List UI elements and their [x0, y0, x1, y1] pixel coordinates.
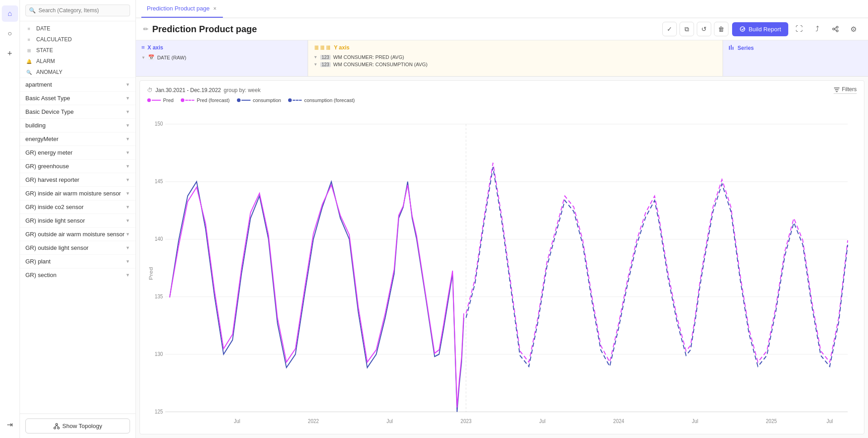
y-axis-item-pred[interactable]: ▼ 123 WM CONSUMER: PRED (AVG) [313, 54, 717, 61]
sidebar-field-alarm[interactable]: 🔔 ALARM [20, 56, 135, 67]
chevron-icon: ▼ [125, 109, 130, 114]
sidebar-category-gr-co2[interactable]: GR) inside co2 sensor ▼ [20, 200, 135, 214]
build-report-button[interactable]: Build Report [732, 22, 788, 36]
show-topology-label: Show Topology [63, 423, 102, 429]
chevron-icon: ▼ [125, 164, 130, 169]
chevron-icon: ▼ [125, 177, 130, 182]
sidebar-category-gr-outside-light[interactable]: GR) outside light sensor ▼ [20, 241, 135, 254]
y-axis-item-consumption-label: WM CONSUMER: CONSUMPTION (AVG) [333, 62, 428, 67]
sidebar-category-basic-asset-type[interactable]: Basic Asset Type ▼ [20, 91, 135, 105]
date-range-text: Jan.30.2021 - Dec.19.2022 [155, 87, 221, 93]
y-axis-rotated-label: Pred [148, 267, 154, 280]
page-title-area: ✏ Prediction Product page [143, 24, 659, 34]
topology-icon [53, 423, 60, 429]
field-icon-state: ⊞ [25, 48, 33, 53]
nav-add-button[interactable]: + [2, 45, 18, 62]
sidebar-category-gr-section[interactable]: GR) section ▼ [20, 268, 135, 282]
filter-icon [834, 86, 840, 92]
svg-point-8 [836, 30, 838, 32]
series-chart-icon [728, 44, 735, 50]
y-axis-item-type: 123 [320, 55, 331, 60]
sidebar-field-state[interactable]: ⊞ STATE [20, 45, 135, 56]
sidebar-category-gr-section-label: GR) section [25, 272, 57, 278]
svg-point-5 [740, 27, 745, 31]
svg-point-0 [56, 423, 58, 425]
svg-point-1 [54, 427, 56, 429]
sidebar-category-gr-harvest-reporter[interactable]: GR) harvest reporter ▼ [20, 173, 135, 186]
refresh-button[interactable]: ↺ [697, 22, 711, 36]
sidebar-field-anomaly[interactable]: 🔍 ANOMALY [20, 67, 135, 78]
sidebar-category-gr-outside-air[interactable]: GR) outside air warm moisture sensor ▼ [20, 227, 135, 241]
svg-line-10 [834, 29, 836, 30]
copy-button[interactable]: ⧉ [680, 22, 694, 36]
chevron-icon: ▼ [125, 82, 130, 87]
sidebar-search-input[interactable] [25, 5, 130, 16]
svg-line-9 [834, 28, 836, 29]
sidebar-category-energy-meter-label: energyMeter [25, 136, 58, 142]
series-header: Series [728, 44, 863, 52]
build-report-label: Build Report [748, 26, 781, 33]
field-label-alarm: ALARM [36, 58, 55, 64]
settings-button[interactable]: ⚙ [846, 22, 861, 36]
sidebar-category-apartment[interactable]: apartment ▼ [20, 78, 135, 91]
nav-home-button[interactable]: ⌂ [2, 5, 18, 22]
x-axis-label: X axis [148, 44, 164, 51]
x-axis-panel: ≡ X axis ▼ 📅 DATE (RAW) [136, 40, 308, 76]
sidebar-category-basic-device-type[interactable]: Basic Device Type ▼ [20, 105, 135, 118]
delete-button[interactable]: 🗑 [714, 22, 728, 36]
legend-consumption-label: consumption [253, 97, 281, 103]
field-label-date: DATE [36, 25, 50, 32]
clock-icon: ⏱ [147, 87, 153, 93]
x-axis-item-chevron: ▼ [141, 55, 145, 60]
svg-text:Jul: Jul [539, 418, 545, 424]
sidebar-field-date[interactable]: ≡ DATE [20, 23, 135, 34]
sidebar-category-building[interactable]: building ▼ [20, 118, 135, 132]
svg-text:130: 130 [155, 350, 163, 357]
sidebar-category-gr-plant[interactable]: GR) plant ▼ [20, 254, 135, 268]
y-axis-item-consumption[interactable]: ▼ 123 WM CONSUMER: CONSUMPTION (AVG) [313, 61, 717, 68]
y-axis-header: ⫼⫼⫼ Y axis [313, 44, 717, 51]
filters-label: Filters [842, 86, 857, 92]
connect-button[interactable] [828, 22, 843, 36]
fullscreen-button[interactable]: ⛶ [792, 22, 806, 36]
field-icon-anomaly: 🔍 [25, 70, 33, 75]
field-label-calculated: CALCULATED [36, 36, 72, 43]
field-icon-alarm: 🔔 [25, 59, 33, 64]
tab-bar: Prediction Product page × [136, 0, 868, 18]
sidebar-category-gr-harvest-reporter-label: GR) harvest reporter [25, 176, 79, 183]
chevron-icon: ▼ [125, 136, 130, 141]
sidebar-category-gr-outside-air-label: GR) outside air warm moisture sensor [25, 231, 125, 238]
svg-text:Jul: Jul [386, 418, 393, 424]
x-axis-item-date[interactable]: ▼ 📅 DATE (RAW) [141, 54, 302, 61]
legend-consumption-forecast: consumption (forecast) [288, 97, 355, 103]
x-axis-icon: ≡ [141, 44, 145, 51]
svg-rect-13 [733, 47, 733, 50]
share-button[interactable]: ⤴ [810, 22, 825, 36]
sidebar-field-calculated[interactable]: ≡ CALCULATED [20, 34, 135, 45]
tab-close-button[interactable]: × [212, 5, 217, 13]
calendar-icon: 📅 [148, 54, 154, 60]
show-topology-button[interactable]: Show Topology [25, 419, 130, 433]
svg-text:Jul: Jul [234, 418, 240, 424]
sidebar-category-energy-meter[interactable]: energyMeter ▼ [20, 132, 135, 146]
sidebar-category-gr-greenhouse[interactable]: GR) greenhouse ▼ [20, 159, 135, 173]
check-button[interactable]: ✓ [662, 22, 677, 36]
tab-label: Prediction Product page [147, 5, 210, 12]
sidebar-category-gr-greenhouse-label: GR) greenhouse [25, 163, 69, 170]
sidebar-category-building-label: building [25, 122, 46, 129]
connect-icon [832, 25, 839, 33]
chart-svg-container: Pred 150 145 140 135 130 125 [147, 107, 857, 428]
svg-text:2022: 2022 [308, 418, 319, 424]
svg-line-3 [55, 425, 57, 427]
nav-export-button[interactable]: ⇥ [2, 416, 18, 433]
svg-line-4 [57, 425, 58, 427]
field-label-state: STATE [36, 47, 53, 54]
sidebar-category-gr-inside-light[interactable]: GR) inside light sensor ▼ [20, 214, 135, 227]
sidebar-category-gr-energy-meter[interactable]: GR) energy meter ▼ [20, 146, 135, 159]
sidebar-category-gr-inside-air[interactable]: GR) inside air warm moisture sensor ▼ [20, 186, 135, 200]
svg-point-6 [833, 28, 834, 30]
chevron-icon: ▼ [125, 232, 130, 237]
filters-button[interactable]: Filters [834, 86, 857, 94]
nav-search-button[interactable]: ○ [2, 25, 18, 42]
tab-prediction-product[interactable]: Prediction Product page × [141, 0, 223, 18]
